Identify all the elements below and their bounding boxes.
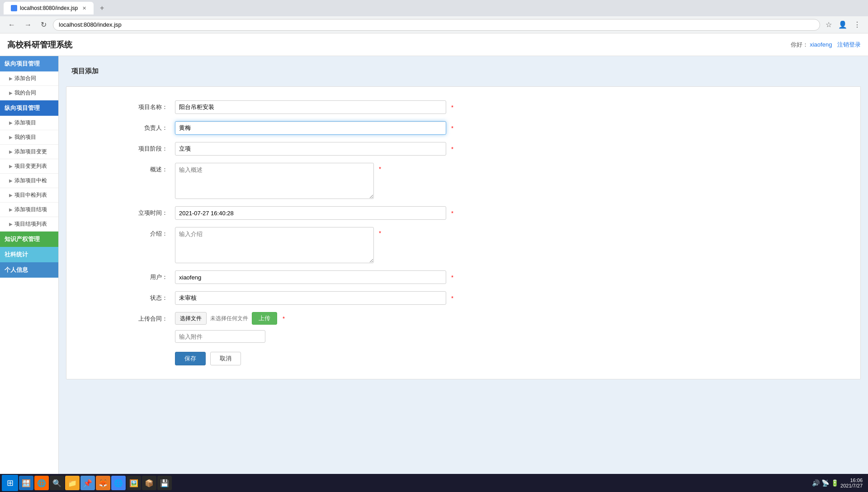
taskbar-icons-right: 🔊 📡 🔋 (812, 479, 839, 487)
address-bar[interactable]: localhost:8080/index.jsp (53, 19, 820, 31)
logout-link[interactable]: 注销登录 (837, 41, 861, 48)
arrow-icon: ▶ (9, 135, 13, 140)
start-time-wrapper: * (175, 206, 446, 220)
sidebar-item-add-midcheck[interactable]: ▶添加项目中检 (0, 174, 58, 188)
sidebar-section-project[interactable]: 纵向项目管理 (0, 100, 58, 116)
browser-tab[interactable]: localhost:8080/index.jsp ✕ (4, 2, 94, 14)
save-button[interactable]: 保存 (175, 352, 206, 365)
browser-toolbar: ← → ↻ localhost:8080/index.jsp ☆ 👤 ⋮ (0, 16, 868, 33)
status-wrapper: * (175, 291, 446, 305)
status-label: 状态： (75, 291, 175, 302)
bookmark-icon[interactable]: ☆ (824, 19, 834, 31)
user-field: * (175, 270, 446, 284)
start-time-label: 立项时间： (75, 206, 175, 217)
sidebar-section-contract[interactable]: 纵向项目管理 (0, 56, 58, 71)
sidebar-section-stats[interactable]: 社科统计 (0, 247, 58, 262)
sidebar-section-profile[interactable]: 个人信息 (0, 262, 58, 278)
required-star: * (283, 315, 285, 322)
choose-file-button[interactable]: 选择文件 (175, 312, 207, 325)
sidebar-item-midcheck-list[interactable]: ▶项目中检列表 (0, 188, 58, 203)
upload-status: 未选择任何文件 (210, 315, 248, 322)
arrow-icon: ▶ (9, 164, 13, 169)
attachment-wrapper (175, 327, 446, 343)
status-input[interactable] (175, 291, 446, 305)
sidebar-item-add-contract[interactable]: ▶添加合同 (0, 71, 58, 86)
main-layout: 纵向项目管理 ▶添加合同 ▶我的合同 纵向项目管理 ▶添加项目 ▶我的项目 ▶添… (0, 56, 868, 492)
sidebar-item-project-change-list[interactable]: ▶项目变更列表 (0, 159, 58, 174)
status-field: * (175, 291, 446, 305)
form-row-abstract: 概述： * (75, 163, 851, 199)
abstract-label: 概述： (75, 163, 175, 174)
taskbar-icon-2[interactable]: 🌐 (34, 476, 49, 490)
project-name-label: 项目名称： (75, 100, 175, 111)
responsible-person-label: 负责人： (75, 121, 175, 132)
taskbar-icon-3[interactable]: 🔍 (50, 476, 64, 490)
arrow-icon: ▶ (9, 193, 13, 198)
favicon-icon (11, 5, 17, 11)
project-name-wrapper: * (175, 100, 446, 114)
refresh-button[interactable]: ↻ (38, 19, 49, 31)
app-header: 高校科研管理系统 你好： xiaofeng 注销登录 (0, 33, 868, 56)
user-input[interactable] (175, 270, 446, 284)
tab-close-button[interactable]: ✕ (82, 5, 86, 11)
sidebar-item-my-project[interactable]: ▶我的项目 (0, 130, 58, 145)
intro-wrapper: * (175, 227, 374, 263)
user-info: 你好： xiaofeng 注销登录 (791, 41, 861, 49)
username-link[interactable]: xiaofeng (810, 41, 832, 48)
sidebar-item-my-contract[interactable]: ▶我的合同 (0, 86, 58, 100)
sidebar-section-ipr[interactable]: 知识产权管理 (0, 232, 58, 247)
project-stage-field: * (175, 142, 446, 156)
arrow-icon: ▶ (9, 90, 13, 95)
form-row-status: 状态： * (75, 291, 851, 305)
form-row-intro: 介绍： * (75, 227, 851, 263)
taskbar-clock: 16:06 2021/7/27 (840, 478, 863, 488)
responsible-person-wrapper: * (175, 121, 446, 135)
cancel-button[interactable]: 取消 (210, 352, 241, 365)
url-input[interactable]: localhost:8080/index.jsp (59, 21, 814, 28)
user-icon[interactable]: 👤 (836, 19, 849, 31)
intro-label: 介绍： (75, 227, 175, 238)
taskbar-icon-6[interactable]: 🦊 (96, 476, 110, 490)
form-row-project-stage: 项目阶段： * (75, 142, 851, 156)
start-time-input[interactable] (175, 206, 446, 220)
taskbar-icon-4[interactable]: 📁 (65, 476, 80, 490)
responsible-person-field: * (175, 121, 446, 135)
abstract-textarea[interactable] (175, 163, 374, 199)
sidebar-item-close-list[interactable]: ▶项目结项列表 (0, 217, 58, 232)
attachment-input[interactable] (175, 330, 265, 343)
required-star: * (451, 295, 453, 302)
arrow-icon: ▶ (9, 207, 13, 212)
project-name-input[interactable] (175, 100, 446, 114)
app-title: 高校科研管理系统 (7, 39, 72, 50)
required-star: * (379, 166, 381, 172)
page-title: 项目添加 (66, 63, 861, 79)
required-star: * (379, 230, 381, 237)
back-button[interactable]: ← (5, 19, 18, 31)
start-button[interactable]: ⊞ (2, 475, 18, 491)
upload-submit-button[interactable]: 上传 (252, 312, 277, 325)
intro-textarea[interactable] (175, 227, 374, 263)
form-row-upload: 上传合同： 选择文件 未选择任何文件 上传 * (75, 312, 851, 343)
start-time-field: * (175, 206, 446, 220)
required-star: * (451, 146, 453, 152)
tab-title: localhost:8080/index.jsp (20, 5, 78, 11)
sidebar-item-add-project-change[interactable]: ▶添加项目变更 (0, 145, 58, 159)
taskbar-icon-5[interactable]: 📌 (80, 476, 95, 490)
sidebar-item-add-close[interactable]: ▶添加项目结项 (0, 203, 58, 217)
project-stage-input[interactable] (175, 142, 446, 156)
taskbar: ⊞ 🪟 🌐 🔍 📁 📌 🦊 🌐 🖼️ 📦 💾 🔊 📡 🔋 16:06 2021/… (0, 474, 868, 492)
taskbar-icon-10[interactable]: 💾 (157, 476, 172, 490)
responsible-person-input[interactable] (175, 121, 446, 135)
sidebar-item-add-project[interactable]: ▶添加项目 (0, 116, 58, 130)
browser-chrome: localhost:8080/index.jsp ✕ + (0, 0, 868, 16)
new-tab-button[interactable]: + (97, 4, 107, 12)
toolbar-icons: ☆ 👤 ⋮ (824, 19, 863, 31)
taskbar-icon-1[interactable]: 🪟 (19, 476, 33, 490)
taskbar-icon-9[interactable]: 📦 (142, 476, 156, 490)
required-star: * (451, 125, 453, 132)
taskbar-icon-7[interactable]: 🌐 (111, 476, 126, 490)
clock-time: 16:06 (840, 478, 863, 483)
taskbar-icon-8[interactable]: 🖼️ (127, 476, 141, 490)
menu-icon[interactable]: ⋮ (852, 19, 863, 31)
forward-button[interactable]: → (22, 19, 34, 31)
